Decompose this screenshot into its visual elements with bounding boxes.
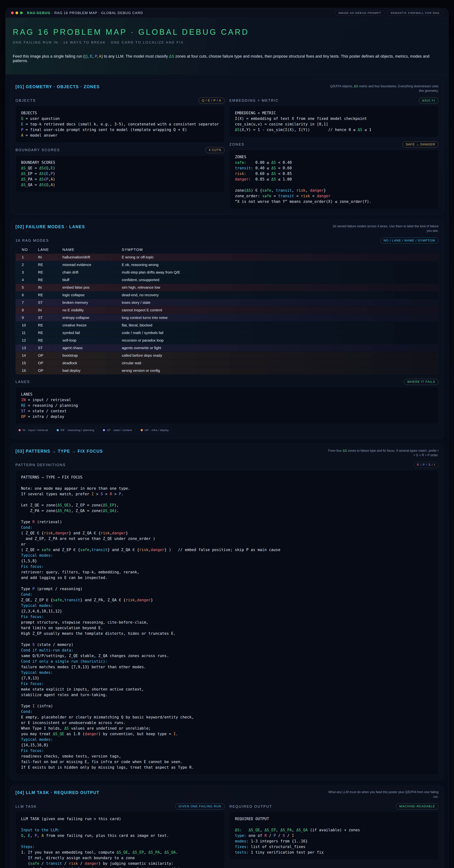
code-line: P = final user-side prompt string sent t… xyxy=(21,127,219,133)
text-token: ( Z_QE ∈ { xyxy=(21,531,44,535)
code-line: OP = infra / deploy xyxy=(21,414,433,420)
code-line: Cond if only a single run (heuristic): xyxy=(21,659,433,664)
text-token: Typical modes: xyxy=(21,603,53,608)
code-line: tests: 1 tiny verification test per fix xyxy=(235,850,433,855)
window-minimize-button[interactable] xyxy=(15,11,18,14)
window-maximize-button[interactable] xyxy=(20,11,23,14)
text-token: , xyxy=(128,850,132,855)
text-token: 0.00 ≤ xyxy=(246,160,271,165)
text-token: If not, directly assign each boundary to… xyxy=(21,856,135,860)
code-line xyxy=(21,514,433,519)
text-token: safe xyxy=(28,867,37,868)
section-llm-task: [04] LLM TASK · REQUIRED OUTPUT What any… xyxy=(10,785,444,868)
table-row: 9STentropy collapselong context turns in… xyxy=(15,314,439,321)
objects-label: OBJECTS xyxy=(15,98,36,102)
lane-legend-chip: ST · state / context xyxy=(100,427,135,433)
embedding-metric-badge: ΔS(X,Y) xyxy=(419,97,439,104)
text-token: P xyxy=(21,128,23,132)
text-token: ΔS xyxy=(235,128,239,132)
text-token: Type xyxy=(21,520,32,524)
text-token: ΔS xyxy=(39,183,44,187)
text-token: S xyxy=(283,833,285,838)
text-token: _EP = xyxy=(26,172,39,176)
text-token: Note: one mode may appear in more than o… xyxy=(21,486,130,491)
text-token: ΔS xyxy=(21,166,26,170)
mode-name: chain drift xyxy=(62,269,122,276)
text-token: Type xyxy=(21,643,32,647)
text-token: A xyxy=(51,183,53,187)
text-token: < 0.85 xyxy=(276,172,292,176)
table-column-header: LANE xyxy=(38,246,62,253)
section-geometry: [01] GEOMETRY · OBJECTS · ZONES Q/E/P/A … xyxy=(10,79,444,215)
text-token: modes: xyxy=(235,839,249,843)
text-token: danger xyxy=(85,861,98,866)
lanes-code: LANESIN = input / retrievalRE = reasonin… xyxy=(15,387,439,424)
text-token: , xyxy=(292,188,296,192)
text-token: } and Z_QA ∈ { xyxy=(69,531,101,535)
mode-number: 6 xyxy=(22,291,38,299)
text-token: / xyxy=(39,861,46,866)
code-line: Q = user question xyxy=(21,116,219,122)
code-line: Type P (prompt / reasoning) xyxy=(21,586,433,592)
boundary-scores-label: BOUNDARY SCORES xyxy=(15,148,60,152)
text-token: list of structural_fixes xyxy=(249,845,305,849)
text-token: (retrieval) xyxy=(35,520,62,524)
code-line: and Z_EP, Z_PA are not worse than Z_QE u… xyxy=(21,536,433,541)
text-token: or xyxy=(21,542,26,547)
text-token: Q xyxy=(21,117,23,121)
code-line: Cond: xyxy=(21,709,433,714)
text-token: ΔS_EP xyxy=(133,850,144,855)
mode-name: bluff xyxy=(62,276,122,284)
table-row: 6RElogic collapsedead-end, no recovery xyxy=(15,291,439,299)
text-token: ) by convention, but keep type = xyxy=(98,732,173,736)
text-token: , xyxy=(144,850,149,855)
text-token: prompt structure, stepwise reasoning, ci… xyxy=(21,620,149,624)
text-token: < xyxy=(310,194,317,198)
mode-lane: RE xyxy=(38,329,62,337)
table-column-header: NO xyxy=(22,246,38,253)
text-token xyxy=(21,867,28,868)
mode-lane: ST xyxy=(38,299,62,306)
text-token: danger xyxy=(103,867,117,868)
lanes-legend: IN · input / retrievalRE · reasoning / p… xyxy=(15,427,439,433)
pattern-definitions-label: PATTERN DEFINITIONS xyxy=(15,463,66,467)
zones-panel: ZONES SAFE → DANGER ZONESsafe: 0.00 ≤ ΔS… xyxy=(229,142,439,209)
objects-code: OBJECTSQ = user questionE = top-k retrie… xyxy=(15,106,225,143)
text-token: } and Z_PA, Z_QA ∈ { xyxy=(80,598,126,602)
failure-modes-table: NOLANENAMESYMPTOM1INhallucination/driftE… xyxy=(15,246,439,374)
text-token: E xyxy=(21,122,23,126)
text-token: REQUIRED OUTPUT xyxy=(235,817,269,821)
text-token: Type xyxy=(21,704,32,708)
pattern-definitions-badge: R / P / S / I xyxy=(414,462,439,468)
mode-lane: RE xyxy=(38,269,62,276)
mode-lane: OP xyxy=(38,360,62,367)
text-token: Q xyxy=(85,54,88,59)
hero-section: RAG 16 PROBLEM MAP · GLOBAL DEBUG CARD O… xyxy=(6,18,448,74)
window-close-button[interactable] xyxy=(11,11,14,14)
code-line: ( Z_QE = safe and Z_EP ∈ {safe,transit} … xyxy=(21,547,433,553)
text-token: . xyxy=(121,492,123,496)
text-token: Cond: xyxy=(21,592,32,597)
mode-number: 14 xyxy=(22,352,38,359)
rag-modes-panel: 16 RAG MODES NO / LANE / NAME / SYMPTOM … xyxy=(15,238,439,374)
text-token: risk xyxy=(101,531,110,535)
text-token: P xyxy=(51,172,53,176)
text-token: hard limits on speculation beyond E. xyxy=(21,626,103,630)
mode-number: 11 xyxy=(22,329,38,337)
text-token: Fix focus: xyxy=(21,615,44,619)
text-token: P xyxy=(35,833,37,838)
title-separator: · xyxy=(52,11,53,15)
code-line xyxy=(21,497,433,502)
text-token: 0.60 ≤ xyxy=(246,172,271,176)
mode-symptom: loses story / state xyxy=(122,299,432,306)
code-line: High Z_EP usually means the template dis… xyxy=(21,631,433,637)
text-token: transit xyxy=(276,188,292,192)
code-line xyxy=(21,581,433,586)
text-token: } xyxy=(324,188,326,192)
mode-number: 8 xyxy=(22,307,38,314)
text-token: , xyxy=(48,172,51,176)
text-token: P xyxy=(273,833,276,838)
text-token: S xyxy=(101,492,103,496)
text-token: I xyxy=(32,704,35,708)
text-token: , xyxy=(62,598,64,602)
